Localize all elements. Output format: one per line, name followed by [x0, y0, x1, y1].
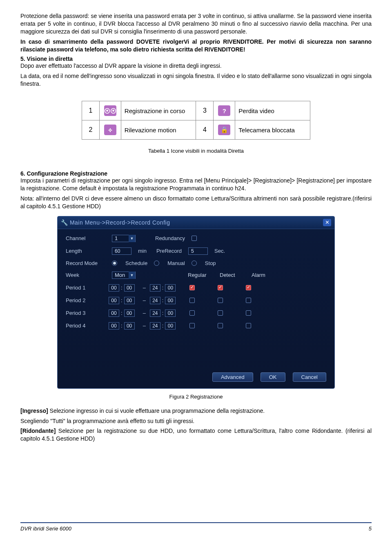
- p2-regular-check[interactable]: [189, 298, 195, 303]
- p2-start-h[interactable]: [109, 297, 119, 304]
- period2-label: Period 2: [66, 297, 109, 303]
- section6-p2: Nota: all'interno del DVR ci deve essere…: [20, 195, 372, 210]
- figure2-caption: Figura 2 Registrazione: [20, 394, 372, 400]
- p2-end-h[interactable]: [150, 297, 160, 304]
- redundancy-checkbox[interactable]: [192, 236, 197, 241]
- stop-radio[interactable]: [192, 261, 197, 266]
- stop-label: Stop: [205, 260, 216, 266]
- p3-detect-check[interactable]: [218, 310, 223, 316]
- period4-label: Period 4: [66, 323, 109, 329]
- closing-p2: Scegliendo "Tutti" la programmazione avr…: [20, 417, 372, 425]
- length-input[interactable]: [112, 247, 131, 255]
- page-number: 5: [369, 526, 372, 532]
- manual-label: Manual: [167, 260, 185, 266]
- cell-2-desc: Rilevazione motion: [121, 120, 196, 140]
- schedule-radio[interactable]: [112, 261, 117, 266]
- intro-paragraph-2: In caso di smarrimento della password DO…: [20, 38, 372, 53]
- record-config-window: 🔧 Main Menu->Record->Record Config ✕ Cha…: [57, 216, 335, 389]
- period4-row: Period 4 : – :: [66, 322, 326, 330]
- manual-radio[interactable]: [154, 261, 159, 266]
- p3-end-m[interactable]: [165, 310, 176, 317]
- closing-p1: [Ingresso] Selezione ingresso in cui si …: [20, 407, 372, 415]
- p4-regular-check[interactable]: [189, 323, 195, 328]
- window-title-text: Main Menu->Record->Record Config: [70, 219, 170, 226]
- ridondante-label: [Ridondante]: [20, 428, 56, 434]
- p2-start-m[interactable]: [124, 297, 135, 304]
- p3-alarm-check[interactable]: [246, 310, 251, 316]
- p1-start-m[interactable]: [124, 284, 135, 292]
- question-icon: ?: [218, 105, 230, 116]
- week-value: Mon: [112, 272, 129, 278]
- window-title: 🔧 Main Menu->Record->Record Config: [61, 219, 170, 226]
- cell-4-num: 4: [196, 120, 214, 140]
- redundancy-label: Redundancy: [155, 235, 185, 241]
- cell-4-desc: Telecamera bloccata: [235, 120, 310, 140]
- period3-row: Period 3 : – :: [66, 310, 326, 317]
- week-dropdown[interactable]: Mon ▼: [112, 272, 136, 279]
- p1-end-m[interactable]: [165, 284, 176, 292]
- p1-regular-check[interactable]: [189, 285, 195, 290]
- closing-p3: [Ridondante] Selezione per la registrazi…: [20, 427, 372, 443]
- p1-end-h[interactable]: [150, 284, 160, 292]
- ingresso-label: [Ingresso]: [20, 408, 48, 414]
- p2-detect-check[interactable]: [218, 298, 223, 303]
- p1-start-h[interactable]: [109, 284, 119, 292]
- recordmode-label: Record Mode: [66, 260, 109, 266]
- p3-start-m[interactable]: [124, 310, 135, 317]
- section5-title: 5. Visione in diretta: [20, 56, 372, 62]
- p4-alarm-check[interactable]: [246, 323, 251, 328]
- cell-2-num: 2: [82, 120, 100, 140]
- period1-row: Period 1 : – :: [66, 284, 326, 292]
- channel-value: 1: [112, 235, 129, 241]
- regular-col: Regular: [188, 272, 216, 278]
- channel-label: Channel: [66, 235, 109, 241]
- prerecord-label: PreRecord: [156, 248, 182, 254]
- p4-end-h[interactable]: [150, 322, 160, 330]
- p3-start-h[interactable]: [109, 310, 119, 317]
- cell-1-num: 1: [82, 101, 100, 120]
- recording-icon: ⦿⦿: [104, 105, 116, 116]
- close-button[interactable]: ✕: [323, 219, 331, 226]
- p4-start-m[interactable]: [124, 322, 135, 330]
- section5-p2: La data, ora ed il nome dell'ingresso so…: [20, 72, 372, 88]
- p2-end-m[interactable]: [165, 297, 176, 304]
- detect-col: Detect: [220, 272, 248, 278]
- p4-start-h[interactable]: [109, 322, 119, 330]
- window-titlebar: 🔧 Main Menu->Record->Record Config ✕: [58, 216, 334, 229]
- cell-3-num: 3: [196, 101, 214, 120]
- sec-label: Sec.: [214, 248, 225, 254]
- p4-end-m[interactable]: [165, 322, 176, 330]
- intro-paragraph-1: Protezione della password: se viene inse…: [20, 12, 372, 36]
- lock-icon: 🔒: [218, 125, 230, 135]
- ok-button[interactable]: OK: [261, 372, 285, 382]
- p2-alarm-check[interactable]: [246, 298, 251, 303]
- section5-p1: Dopo aver effettuato l'accesso al DVR ap…: [20, 62, 372, 70]
- cancel-button[interactable]: Cancel: [293, 372, 326, 382]
- table1-caption: Tabella 1 Icone visibili in modalità Dir…: [20, 148, 372, 154]
- advanced-button[interactable]: Advanced: [212, 372, 253, 382]
- period3-label: Period 3: [66, 310, 109, 316]
- chevron-down-icon: ▼: [129, 235, 135, 242]
- cell-1-desc: Registrazione in corso: [121, 101, 196, 120]
- cell-3-desc: Perdita video: [235, 101, 310, 120]
- section6-title: 6. Configurazione Registrazione: [20, 170, 372, 177]
- p4-detect-check[interactable]: [218, 323, 223, 328]
- alarm-col: Alarm: [252, 272, 265, 278]
- motion-icon: ⟡: [104, 125, 116, 135]
- footer-title: DVR ibridi Serie 6000: [20, 526, 71, 532]
- min-label: min: [138, 248, 147, 254]
- week-label: Week: [66, 272, 109, 278]
- p3-regular-check[interactable]: [189, 310, 195, 316]
- chevron-down-icon: ▼: [129, 272, 135, 279]
- schedule-label: Schedule: [125, 260, 147, 266]
- p1-detect-check[interactable]: [218, 285, 223, 290]
- p3-end-h[interactable]: [150, 310, 160, 317]
- length-label: Length: [66, 248, 109, 254]
- section6-p1: Imposta i parametri di registrazione per…: [20, 177, 372, 192]
- period1-label: Period 1: [66, 285, 109, 291]
- channel-dropdown[interactable]: 1 ▼: [112, 235, 136, 242]
- period2-row: Period 2 : – :: [66, 297, 326, 304]
- p1-alarm-check[interactable]: [246, 285, 251, 290]
- prerecord-input[interactable]: [188, 247, 208, 255]
- icons-table: 1 ⦿⦿ Registrazione in corso 3 ? Perdita …: [82, 101, 310, 140]
